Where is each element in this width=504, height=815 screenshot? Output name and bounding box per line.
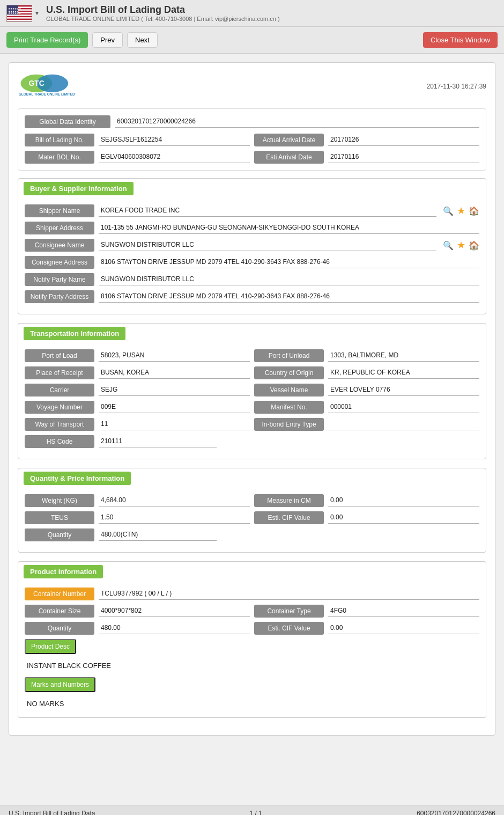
country-of-origin-value: KR, REPUBLIC OF KOREA (328, 367, 479, 379)
container-number-row: Container Number TCLU9377992 ( 00 / L / … (25, 588, 479, 600)
transportation-title-row: Transportation Information (18, 324, 486, 343)
manifest-no-value: 000001 (328, 401, 479, 413)
notify-party-address-value: 8106 STAYTON DRIVE JESSUP MD 2079 4TEL 4… (99, 291, 479, 303)
main-content: GTC GLOBAL TRADE ONLINE LIMITED 2017-11-… (0, 54, 504, 805)
notify-party-name-row: Notify Party Name SUNGWON DISTRIBUTOR LL… (25, 273, 479, 286)
marks-numbers-text: NO MARKS (25, 696, 479, 711)
way-of-transport-field: Way of Transport 11 (25, 418, 250, 431)
port-of-unload-field: Port of Unload 1303, BALTIMORE, MD (254, 349, 479, 362)
buyer-supplier-title-row: Buyer & Supplier Information (18, 179, 486, 198)
global-data-row: Global Data Identity 6003201701270000024… (25, 115, 479, 128)
shipper-home-icon[interactable]: 🏠 (469, 206, 479, 216)
esti-arrival-value: 20170116 (328, 151, 479, 163)
bol-field: Bill of Lading No. SEJGSJSLF1612254 (25, 134, 250, 146)
voyage-number-label: Voyage Number (25, 401, 94, 414)
port-of-load-field: Port of Load 58023, PUSAN (25, 349, 250, 362)
product-desc-button[interactable]: Product Desc (25, 639, 76, 654)
shipper-search-icon[interactable]: 🔍 (443, 206, 454, 216)
in-bond-entry-field: In-bond Entry Type (254, 418, 479, 431)
actual-arrival-label: Actual Arrival Date (254, 134, 324, 146)
mater-bol-field: Mater BOL No. EGLV040600308072 (25, 151, 250, 164)
marks-numbers-button[interactable]: Marks and Numbers (25, 677, 95, 692)
esti-cif-qp-field: Esti. CIF Value 0.00 (254, 511, 479, 524)
consignee-star-icon[interactable]: ★ (457, 239, 465, 251)
esti-arrival-label: Esti Arrival Date (254, 151, 324, 164)
bol-row: Bill of Lading No. SEJGSJSLF1612254 Actu… (25, 134, 479, 146)
consignee-address-value: 8106 STAYTON DRIVE JESSUP MD 2079 4TEL 4… (99, 256, 479, 268)
identity-section: Global Data Identity 6003201701270000024… (18, 108, 486, 171)
gtc-logo: GTC GLOBAL TRADE ONLINE LIMITED (18, 71, 82, 101)
port-of-load-value: 58023, PUSAN (99, 350, 250, 362)
marks-numbers-row: Marks and Numbers (25, 677, 479, 692)
next-button[interactable]: Next (127, 32, 158, 48)
close-button[interactable]: Close This Window (423, 32, 498, 48)
carrier-vessel-row: Carrier SEJG Vessel Name EVER LOVELY 077… (25, 384, 479, 397)
header-title-area: U.S. Import Bill of Lading Data GLOBAL T… (46, 4, 498, 22)
footer-right: 6003201701270000024266 (417, 810, 495, 815)
container-type-label: Container Type (254, 605, 324, 618)
shipper-star-icon[interactable]: ★ (457, 205, 465, 217)
svg-rect-4 (7, 14, 32, 16)
shipper-action-icons: 🔍 ★ 🏠 (443, 205, 479, 217)
container-size-type-row: Container Size 4000*907*802 Container Ty… (25, 605, 479, 618)
buyer-supplier-title: Buyer & Supplier Information (24, 182, 134, 195)
global-data-value: 6003201701270000024266 (115, 116, 479, 128)
footer-left: U.S. Import Bill of Lading Data (9, 810, 95, 815)
hs-code-label: HS Code (25, 435, 94, 448)
product-desc-text: INSTANT BLACK COFFEE (25, 658, 479, 673)
product-qty-cif-row: Quantity 480.00 Esti. CIF Value 0.00 (25, 622, 479, 635)
measure-field: Measure in CM 0.00 (254, 494, 479, 507)
product-info-section: Product Information Container Number TCL… (18, 561, 486, 718)
product-info-body: Container Number TCLU9377992 ( 00 / L / … (18, 583, 486, 717)
vessel-name-value: EVER LOVELY 0776 (328, 384, 479, 396)
shipper-name-row: Shipper Name KOREA FOOD TRADE INC 🔍 ★ 🏠 (25, 204, 479, 217)
container-type-field: Container Type 4FG0 (254, 605, 479, 618)
record-header: GTC GLOBAL TRADE ONLINE LIMITED 2017-11-… (18, 71, 486, 101)
place-of-receipt-label: Place of Receipt (25, 366, 94, 379)
carrier-label: Carrier (25, 384, 94, 397)
esti-cif-qp-value: 0.00 (328, 512, 479, 524)
quantity-qp-label: Quantity (25, 528, 94, 541)
transportation-body: Port of Load 58023, PUSAN Port of Unload… (18, 345, 486, 459)
consignee-search-icon[interactable]: 🔍 (443, 240, 454, 251)
port-row: Port of Load 58023, PUSAN Port of Unload… (25, 349, 479, 362)
shipper-name-label: Shipper Name (25, 204, 94, 217)
quantity-qp-row: Quantity 480.00(CTN) (25, 528, 479, 541)
measure-value: 0.00 (328, 495, 479, 506)
mater-bol-label: Mater BOL No. (25, 151, 94, 164)
quantity-qp-value: 480.00(CTN) (99, 529, 217, 541)
notify-party-name-value: SUNGWON DISTRIBUTOR LLC (99, 274, 479, 285)
port-of-unload-label: Port of Unload (254, 349, 324, 362)
country-of-origin-label: Country of Origin (254, 366, 324, 379)
bol-value: SEJGSJSLF1612254 (99, 134, 250, 146)
product-desc-row: Product Desc (25, 639, 479, 654)
place-of-receipt-value: BUSAN, KOREA (99, 367, 250, 379)
print-button[interactable]: Print Trade Record(s) (6, 32, 88, 48)
voyage-number-field: Voyage Number 009E (25, 401, 250, 414)
teus-field: TEUS 1.50 (25, 511, 250, 524)
consignee-home-icon[interactable]: 🏠 (469, 240, 479, 251)
global-data-label: Global Data Identity (25, 115, 110, 128)
flag-dropdown-arrow[interactable]: ▼ (34, 10, 40, 16)
quantity-price-title: Quantity & Price Information (24, 472, 131, 485)
shipper-name-value: KOREA FOOD TRADE INC (99, 205, 436, 217)
record-card: GTC GLOBAL TRADE ONLINE LIMITED 2017-11-… (9, 62, 495, 736)
consignee-name-label: Consignee Name (25, 239, 94, 252)
header-bar: ★★★★★★ ★★★★★ ★★★★★★ ▼ U.S. Import Bill o… (0, 0, 504, 27)
product-esti-cif-field: Esti. CIF Value 0.00 (254, 622, 479, 635)
hs-code-row: HS Code 210111 (25, 435, 479, 448)
prev-button[interactable]: Prev (92, 32, 123, 48)
company-subtitle: GLOBAL TRADE ONLINE LIMITED ( Tel: 400-7… (46, 16, 498, 22)
container-type-value: 4FG0 (328, 605, 479, 617)
svg-rect-5 (7, 17, 32, 18)
way-inbond-row: Way of Transport 11 In-bond Entry Type (25, 418, 479, 431)
measure-label: Measure in CM (254, 494, 324, 507)
weight-label: Weight (KG) (25, 494, 94, 507)
way-of-transport-value: 11 (99, 418, 250, 430)
shipper-address-label: Shipper Address (25, 222, 94, 234)
voyage-manifest-row: Voyage Number 009E Manifest No. 000001 (25, 401, 479, 414)
port-of-unload-value: 1303, BALTIMORE, MD (328, 350, 479, 362)
container-size-label: Container Size (25, 605, 94, 618)
svg-rect-6 (7, 20, 32, 21)
consignee-name-value: SUNGWON DISTRIBUTOR LLC (99, 239, 436, 251)
